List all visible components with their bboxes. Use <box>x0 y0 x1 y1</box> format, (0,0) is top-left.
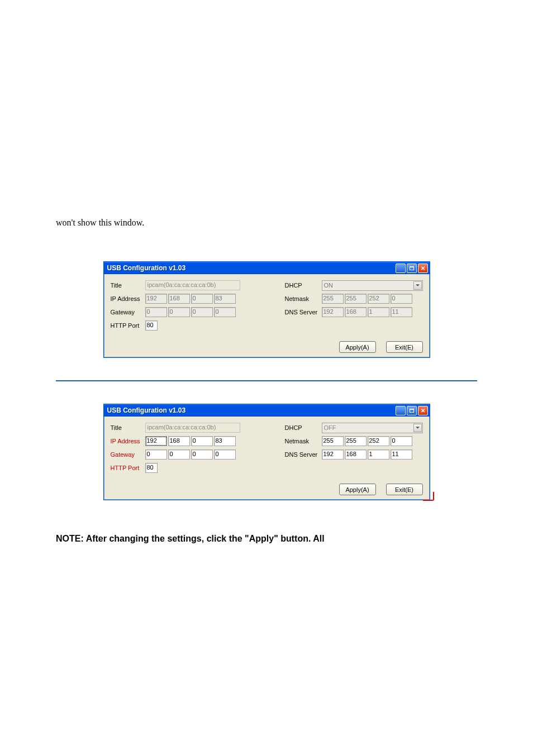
dns-octet-2: 168 <box>345 307 367 317</box>
window-title: USB Configuration v1.03 <box>107 264 186 272</box>
http-port-field[interactable]: 80 <box>145 320 158 331</box>
netmask-label: Netmask <box>285 438 322 444</box>
close-button[interactable]: ✕ <box>418 406 428 415</box>
usb-config-window-1: USB Configuration v1.03 _ ✕ Title ipcam(… <box>103 261 430 358</box>
section-rule <box>56 380 477 381</box>
maximize-button[interactable] <box>407 264 417 273</box>
dhcp-label: DHCP <box>285 424 322 431</box>
svg-marker-0 <box>416 284 420 286</box>
netmask-label: Netmask <box>285 295 322 302</box>
ip-octet-3[interactable]: 0 <box>191 436 213 446</box>
http-port-label: HTTP Port <box>111 465 145 471</box>
netmask-octet-3[interactable]: 252 <box>368 436 389 446</box>
ip-octet-2: 168 <box>168 294 190 304</box>
gateway-octet-4: 0 <box>214 307 236 317</box>
http-port-label: HTTP Port <box>111 322 145 329</box>
dns-octet-3: 1 <box>368 307 389 317</box>
title-field: ipcam(0a:ca:ca:ca:ca:0b) <box>145 280 240 290</box>
apply-button[interactable]: Apply(A) <box>339 484 376 495</box>
svg-marker-1 <box>416 427 420 429</box>
dhcp-value: OFF <box>324 424 336 431</box>
netmask-octet-3: 252 <box>368 294 389 304</box>
dns-octet-1: 192 <box>322 307 344 317</box>
netmask-octet-4: 0 <box>391 294 412 304</box>
intro-text: won't show this window. <box>56 218 477 228</box>
dns-octet-4[interactable]: 11 <box>391 449 412 460</box>
title-field: ipcam(0a:ca:ca:ca:ca:0b) <box>145 423 240 433</box>
gateway-octet-3: 0 <box>191 307 213 317</box>
gateway-octet-3[interactable]: 0 <box>191 449 213 460</box>
apply-button[interactable]: Apply(A) <box>339 341 376 353</box>
ip-octet-3: 0 <box>191 294 213 304</box>
gateway-octet-2[interactable]: 0 <box>168 449 190 460</box>
window-title: USB Configuration v1.03 <box>107 406 186 414</box>
netmask-octet-2: 255 <box>345 294 367 304</box>
netmask-octet-4[interactable]: 0 <box>391 436 412 446</box>
chevron-down-icon <box>413 281 422 290</box>
ip-octet-1: 192 <box>145 294 167 304</box>
titlebar[interactable]: USB Configuration v1.03 _ ✕ <box>104 404 430 417</box>
gateway-label: Gateway <box>111 309 145 315</box>
maximize-button[interactable] <box>407 406 417 415</box>
dns-octet-2[interactable]: 168 <box>345 449 367 460</box>
ip-label: IP Address <box>111 438 145 444</box>
dns-label: DNS Server <box>285 451 322 458</box>
ip-octet-1[interactable]: 192 <box>145 436 167 446</box>
dns-octet-3[interactable]: 1 <box>368 449 389 460</box>
title-label: Title <box>111 424 145 431</box>
close-button[interactable]: ✕ <box>418 264 428 273</box>
dns-label: DNS Server <box>285 309 322 315</box>
minimize-button[interactable]: _ <box>396 406 406 415</box>
exit-button[interactable]: Exit(E) <box>386 341 423 353</box>
dhcp-select[interactable]: ON <box>322 280 423 291</box>
netmask-octet-1: 255 <box>322 294 344 304</box>
gateway-octet-4[interactable]: 0 <box>214 449 236 460</box>
ip-label: IP Address <box>111 295 145 302</box>
dns-octet-1[interactable]: 192 <box>322 449 344 460</box>
chevron-down-icon <box>413 424 422 432</box>
gateway-octet-1[interactable]: 0 <box>145 449 167 460</box>
ip-octet-2[interactable]: 168 <box>168 436 190 446</box>
dns-octet-4: 11 <box>391 307 412 317</box>
note-text: NOTE: After changing the settings, click… <box>56 534 477 544</box>
netmask-octet-1[interactable]: 255 <box>322 436 344 446</box>
title-label: Title <box>111 282 145 289</box>
dhcp-value: ON <box>324 282 334 289</box>
gateway-label: Gateway <box>111 451 145 458</box>
ip-octet-4[interactable]: 83 <box>214 436 236 446</box>
gateway-octet-1: 0 <box>145 307 167 317</box>
netmask-octet-2[interactable]: 255 <box>345 436 367 446</box>
titlebar[interactable]: USB Configuration v1.03 _ ✕ <box>104 262 430 274</box>
dhcp-label: DHCP <box>285 282 322 289</box>
exit-button[interactable]: Exit(E) <box>386 484 423 495</box>
gateway-octet-2: 0 <box>168 307 190 317</box>
minimize-button[interactable]: _ <box>396 264 406 273</box>
ip-octet-4: 83 <box>214 294 236 304</box>
dhcp-select[interactable]: OFF <box>322 423 423 433</box>
http-port-field[interactable]: 80 <box>145 463 158 473</box>
usb-config-window-2: USB Configuration v1.03 _ ✕ Title ipcam(… <box>103 404 430 500</box>
